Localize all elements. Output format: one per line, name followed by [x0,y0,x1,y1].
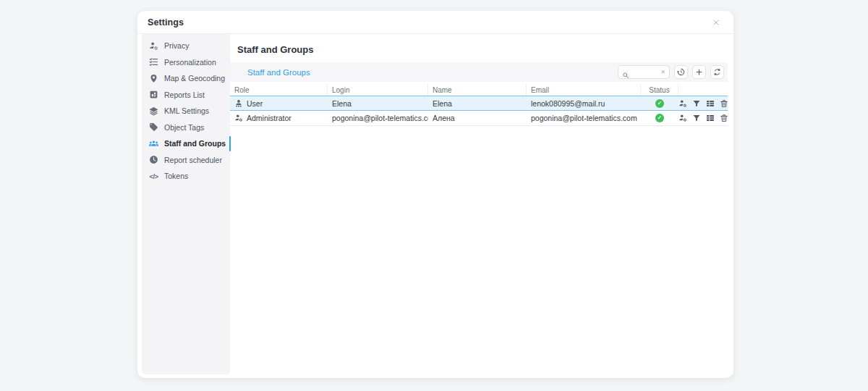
map-pin-icon [149,74,158,83]
sidebar-item-tokens[interactable]: </> Tokens [142,168,230,185]
code-icon: </> [149,172,158,181]
sidebar-item-label: Object Tags [164,123,204,132]
column-header-status: Status [641,84,678,96]
clock-icon [149,155,158,164]
search-input[interactable] [631,68,658,76]
sidebar-item-reports-list[interactable]: Reports List [142,87,230,104]
email-value: lenok080995@mail.ru [527,99,641,108]
search-icon [622,69,629,76]
sidebar-item-label: Privacy [164,41,189,50]
tab-staff-and-groups[interactable]: Staff and Groups [247,68,310,77]
user-role-icon [234,99,243,108]
search-box[interactable]: ✕ [618,65,670,79]
add-button[interactable] [692,65,706,79]
report-card-icon [149,90,158,99]
name-value: Elena [428,99,527,108]
sidebar-item-label: Staff and Groups [164,139,226,148]
toolbar: Staff and Groups ✕ [230,62,728,82]
tag-icon [149,122,158,132]
role-value: Administrator [247,114,292,122]
dialog-title: Settings [148,17,184,28]
settings-dialog: Settings Privacy Personalization Map & G… [137,11,733,378]
page-title: Staff and Groups [237,44,728,55]
sidebar-item-label: Report scheduler [164,156,222,164]
delete-icon[interactable] [720,114,728,122]
table-row[interactable]: Administrator pogonina@pilot-telematics.… [230,111,728,126]
sidebar-item-label: KML Settings [164,106,209,115]
groups-icon [149,139,158,148]
table-row[interactable]: User Elena Elena lenok080995@mail.ru [230,96,728,111]
layers-icon [149,106,158,116]
person-gear-icon [149,41,158,51]
delete-icon[interactable] [720,99,728,108]
role-value: User [247,99,263,108]
sidebar-item-label: Map & Geocoding [164,74,225,83]
filter-icon[interactable] [692,99,701,108]
status-active-icon [655,99,664,108]
manage-user-icon[interactable] [678,99,687,108]
name-value: Алена [428,114,527,122]
sidebar-item-staff-and-groups[interactable]: Staff and Groups [142,135,230,152]
refresh-icon [713,68,721,76]
admin-role-icon [234,114,243,122]
plus-icon [695,68,703,76]
sidebar-item-kml-settings[interactable]: KML Settings [142,103,230,119]
sidebar-item-map-geocoding[interactable]: Map & Geocoding [142,70,230,87]
refresh-button[interactable] [710,65,724,79]
sidebar-item-label: Tokens [164,172,188,180]
email-value: pogonina@pilot-telematics.com [527,114,641,122]
column-header-name: Name [428,84,527,96]
close-icon [712,18,720,27]
history-button[interactable] [674,65,688,79]
main-panel: Staff and Groups Staff and Groups ✕ [230,34,733,378]
column-header-login: Login [328,84,428,96]
column-header-actions [678,84,728,96]
checklist-icon [149,57,158,67]
sidebar-item-privacy[interactable]: Privacy [142,38,230,54]
status-active-icon [655,114,664,122]
sidebar-item-report-scheduler[interactable]: Report scheduler [142,152,230,169]
column-header-role: Role [230,84,328,96]
table-view-icon[interactable] [706,99,715,108]
dialog-header: Settings [137,11,733,34]
login-value: Elena [328,99,428,108]
sidebar-item-personalization[interactable]: Personalization [142,54,230,71]
sidebar-item-label: Personalization [164,58,216,67]
manage-user-icon[interactable] [678,114,687,122]
table-header: Role Login Name Email Status [230,84,728,96]
history-icon [677,68,685,76]
settings-sidebar: Privacy Personalization Map & Geocoding … [142,34,230,374]
column-header-email: Email [527,84,641,96]
staff-table: Role Login Name Email Status User Elena … [230,84,728,126]
table-view-icon[interactable] [706,114,715,122]
clear-search-icon[interactable]: ✕ [660,70,665,75]
sidebar-item-label: Reports List [164,91,205,99]
login-value: pogonina@pilot-telematics.com [328,114,428,122]
sidebar-item-object-tags[interactable]: Object Tags [142,119,230,136]
filter-icon[interactable] [692,114,701,122]
close-button[interactable] [710,17,722,28]
